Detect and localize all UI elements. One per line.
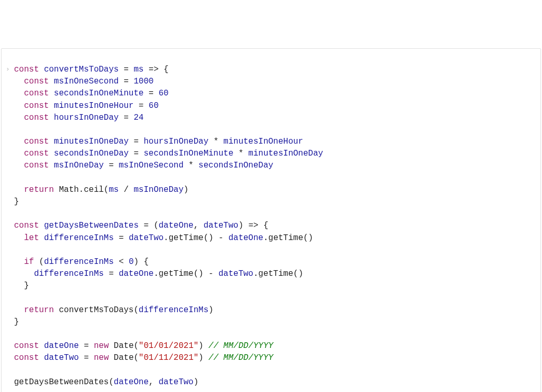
var-ref: minutesInOneDay [248,149,323,158]
number: 24 [133,113,143,122]
var-ref: secondsInOneMinute [144,149,234,158]
parens: () [204,233,213,243]
brace: { [164,65,169,74]
operator: - [209,269,214,278]
var-ref: msInOneDay [133,185,183,194]
identifier: convertMsToDays [44,65,119,74]
var-ref: dateOne [114,377,148,387]
method: getTime [169,233,204,243]
param: dateOne [159,221,194,230]
dot: . [263,233,268,243]
operator: = [124,65,129,74]
var-ref: dateTwo [158,377,193,387]
operator: = [133,149,139,158]
paren: ) [238,221,243,230]
var-ref: differenceInMs [139,305,208,315]
keyword: const [14,353,39,362]
operator: = [144,221,149,230]
operator: < [119,257,124,267]
comment: // MM/DD/YYYY [209,353,274,362]
dot: . [164,233,169,243]
var-ref: differenceInMs [44,257,114,267]
paren: ) [208,305,213,315]
keyword: const [24,149,49,158]
method: ceil [84,185,103,194]
operator: - [219,233,224,243]
operator: = [84,341,89,351]
identifier: dateTwo [44,353,79,362]
keyword: const [14,341,39,351]
keyword: const [14,65,39,74]
paren: ( [134,353,139,362]
method: getTime [158,269,193,278]
identifier: secondsInOneDay [54,149,129,158]
var-ref: dateOne [119,269,154,278]
keyword: const [24,89,49,98]
operator: = [124,113,129,122]
keyword: const [24,77,49,86]
var-ref: differenceInMs [34,269,103,278]
method: getTime [259,269,293,278]
input-marker-icon: › [2,64,14,75]
code-block[interactable]: const convertMsToDays = ms => { const ms… [14,64,540,388]
string: "01/01/2021" [139,341,198,351]
console-panel: › const convertMsToDays = ms => { const … [1,48,541,392]
dot: . [79,185,84,194]
operator: = [139,101,144,110]
identifier: minutesInOneDay [54,137,129,146]
operator: * [238,149,243,158]
paren: ( [39,257,44,267]
var-ref: dateOne [228,233,263,243]
keyword: const [24,101,49,110]
function-call: getDaysBetweenDates [14,377,109,387]
identifier: hoursInOneDay [54,113,119,122]
paren: ) [184,185,189,194]
number: 60 [148,101,158,110]
keyword: const [14,221,39,230]
identifier: differenceInMs [44,233,114,243]
paren: ( [109,377,114,387]
brace: } [14,197,19,206]
var-ref: minutesInOneHour [223,137,303,146]
brace: { [263,221,268,230]
keyword: new [94,341,109,351]
param: ms [133,65,143,74]
identifier: dateOne [44,341,79,351]
dot: . [253,269,259,278]
identifier: getDaysBetweenDates [44,221,139,230]
operator: = [119,233,124,243]
var-ref: secondsInOneDay [198,161,273,170]
identifier: secondsInOneMinute [54,89,144,98]
operator: = [109,161,114,170]
keyword: return [24,185,54,194]
paren: ( [104,185,109,194]
paren: ) [198,353,204,362]
identifier: msInOneDay [54,161,104,170]
operator: * [213,137,219,146]
brace: } [24,281,29,290]
console-input-entry: › const convertMsToDays = ms => { const … [2,61,540,390]
operator: = [84,353,89,362]
keyword: if [24,257,34,267]
arrow: => [148,65,158,74]
paren: ( [134,341,139,351]
parens: () [293,269,303,278]
keyword: const [24,161,49,170]
class: Date [114,341,133,351]
parens: () [303,233,313,243]
arrow: => [248,221,258,230]
string: "01/11/2021" [139,353,198,362]
keyword: const [24,137,49,146]
operator: = [148,89,154,98]
operator: = [109,269,114,278]
class: Date [114,353,133,362]
operator: = [124,77,129,86]
var-ref: ms [109,185,118,194]
operator: / [124,185,129,194]
var-ref: dateTwo [219,269,253,278]
comma: , [148,377,154,387]
operator: * [188,161,194,170]
object: Math [59,185,78,194]
parens: () [194,269,204,278]
comma: , [194,221,199,230]
